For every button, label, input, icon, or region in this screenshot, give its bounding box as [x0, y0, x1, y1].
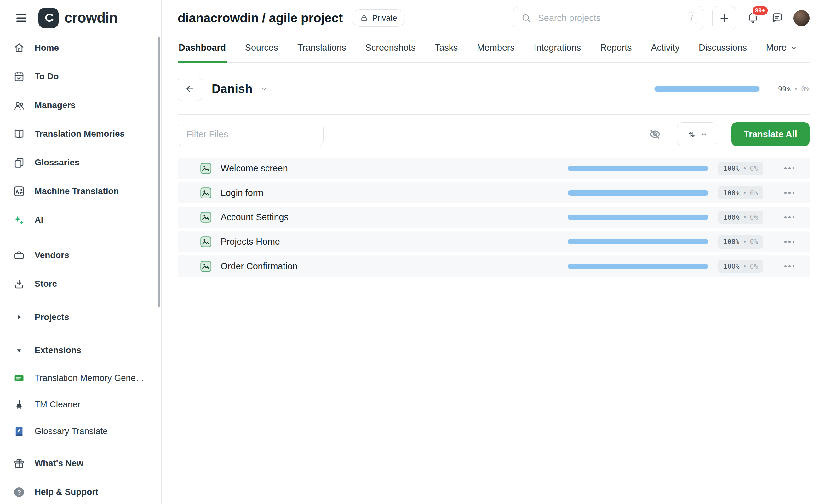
tab-reports[interactable]: Reports: [599, 37, 633, 63]
sidebar-item-ai[interactable]: AI: [0, 206, 161, 234]
tab-integrations[interactable]: Integrations: [533, 37, 582, 63]
tab-label: Sources: [245, 43, 278, 53]
file-progress-fill: [568, 166, 708, 171]
sidebar-item-machine-translation[interactable]: Machine Translation: [0, 177, 161, 206]
tab-label: Dashboard: [179, 43, 226, 53]
tab-more[interactable]: More: [765, 37, 798, 63]
crowdin-logo[interactable]: crowdin: [38, 8, 118, 28]
whats-new-icon: [13, 458, 26, 469]
file-row[interactable]: Login form 100% • 0%: [178, 182, 810, 203]
sidebar-item-label: Translation Memories: [35, 128, 125, 140]
glossary-translate-icon: [13, 426, 26, 437]
chevron-down-icon: [261, 85, 268, 93]
sidebar-item-glossaries[interactable]: Glossaries: [0, 148, 161, 177]
screenshot-file-icon: [200, 261, 212, 272]
sidebar-item-store[interactable]: Store: [0, 270, 161, 298]
file-name: Order Confirmation: [221, 261, 298, 272]
sidebar-item-tm-cleaner[interactable]: TM Cleaner: [0, 392, 161, 418]
sidebar-item-vendors[interactable]: Vendors: [0, 241, 161, 270]
user-avatar[interactable]: [793, 10, 810, 26]
file-progress-fill: [568, 239, 708, 244]
notifications-count-badge: 99+: [752, 5, 769, 16]
file-more-button[interactable]: [783, 164, 796, 173]
file-row[interactable]: Welcome screen 100% • 0%: [178, 158, 810, 179]
sidebar-scrollbar[interactable]: [158, 37, 160, 307]
sidebar-item-label: Store: [35, 278, 57, 290]
file-progress-stats: 100% • 0%: [718, 260, 763, 273]
tm-cleaner-icon: [13, 399, 26, 410]
tab-label: More: [766, 43, 787, 53]
filter-files-input[interactable]: [178, 123, 324, 146]
sidebar-item-glossary-translate[interactable]: Glossary Translate: [0, 418, 161, 444]
file-row[interactable]: Projects Home 100% • 0%: [178, 231, 810, 253]
tab-screenshots[interactable]: Screenshots: [364, 37, 416, 63]
file-progress-stats: 100% • 0%: [718, 211, 763, 224]
chevron-down-icon: [790, 44, 797, 51]
files-toolbar: Translate All: [178, 122, 810, 147]
stats-separator: •: [743, 164, 747, 172]
stats-separator: •: [743, 238, 747, 246]
language-dropdown-button[interactable]: [259, 84, 269, 94]
chat-icon: [770, 12, 783, 25]
tab-members[interactable]: Members: [476, 37, 516, 63]
home-icon: [13, 42, 26, 54]
stats-separator: •: [743, 262, 747, 270]
ai-sparkles-icon: [13, 214, 26, 226]
approved-percent: 0%: [750, 238, 758, 246]
approved-percent: 0%: [750, 189, 758, 197]
arrow-left-icon: [185, 83, 195, 94]
todo-icon: [13, 71, 26, 82]
hide-completed-toggle[interactable]: [648, 127, 662, 142]
sidebar-divider: [0, 447, 161, 447]
sidebar-item-home[interactable]: Home: [0, 33, 161, 62]
approved-percent: 0%: [750, 262, 758, 270]
sidebar-item-help-support[interactable]: ? Help & Support: [0, 478, 161, 504]
stats-separator: •: [794, 85, 798, 93]
file-list: Welcome screen 100% • 0% Login form: [178, 158, 810, 280]
sidebar-item-projects[interactable]: Projects: [0, 303, 161, 331]
create-project-button[interactable]: [712, 6, 737, 31]
file-more-button[interactable]: [783, 189, 796, 197]
file-more-button[interactable]: [783, 213, 796, 221]
messages-button[interactable]: [770, 11, 784, 26]
sidebar-divider: [0, 334, 161, 334]
sidebar-item-label: Machine Translation: [35, 185, 119, 198]
language-name: Danish: [212, 82, 252, 96]
help-icon: ?: [13, 486, 26, 498]
file-more-button[interactable]: [783, 262, 796, 271]
tab-dashboard[interactable]: Dashboard: [178, 37, 227, 63]
file-row-right: 100% • 0%: [568, 162, 796, 175]
tab-translations[interactable]: Translations: [296, 37, 347, 63]
sidebar-item-translation-memories[interactable]: Translation Memories: [0, 120, 161, 148]
file-row-right: 100% • 0%: [568, 211, 796, 224]
translate-all-button[interactable]: Translate All: [731, 122, 809, 147]
file-row[interactable]: Order Confirmation 100% • 0%: [178, 255, 810, 277]
stats-separator: •: [743, 213, 747, 221]
back-button[interactable]: [178, 77, 202, 101]
sidebar-item-label: Vendors: [35, 249, 69, 262]
file-row[interactable]: Account Settings 100% • 0%: [178, 207, 810, 228]
lock-icon: [360, 14, 368, 22]
sidebar-item-managers[interactable]: Managers: [0, 91, 161, 120]
sidebar-item-translation-memory-generator[interactable]: Translation Memory Gene…: [0, 365, 161, 391]
hamburger-menu-icon[interactable]: [14, 11, 29, 26]
tab-activity[interactable]: Activity: [650, 37, 681, 63]
glossaries-icon: [13, 157, 26, 169]
file-progress-bar: [568, 215, 708, 220]
vendors-icon: [13, 249, 26, 261]
tab-sources[interactable]: Sources: [244, 37, 279, 63]
translated-percent: 100%: [724, 213, 740, 221]
sidebar-item-extensions[interactable]: Extensions: [0, 336, 161, 365]
file-progress-bar: [568, 264, 708, 269]
tab-discussions[interactable]: Discussions: [698, 37, 748, 63]
caret-right-icon: [13, 313, 26, 321]
sidebar-item-todo[interactable]: To Do: [0, 62, 161, 91]
approved-percent: 0%: [750, 164, 758, 172]
crowdin-logo-icon: [38, 8, 59, 28]
sort-button[interactable]: [677, 122, 717, 147]
file-more-button[interactable]: [783, 238, 796, 246]
sidebar-item-whats-new[interactable]: What's New: [0, 449, 161, 478]
tab-tasks[interactable]: Tasks: [434, 37, 459, 63]
search-input[interactable]: [537, 12, 681, 24]
project-breadcrumb[interactable]: dianacrowdin / agile project: [178, 11, 343, 26]
